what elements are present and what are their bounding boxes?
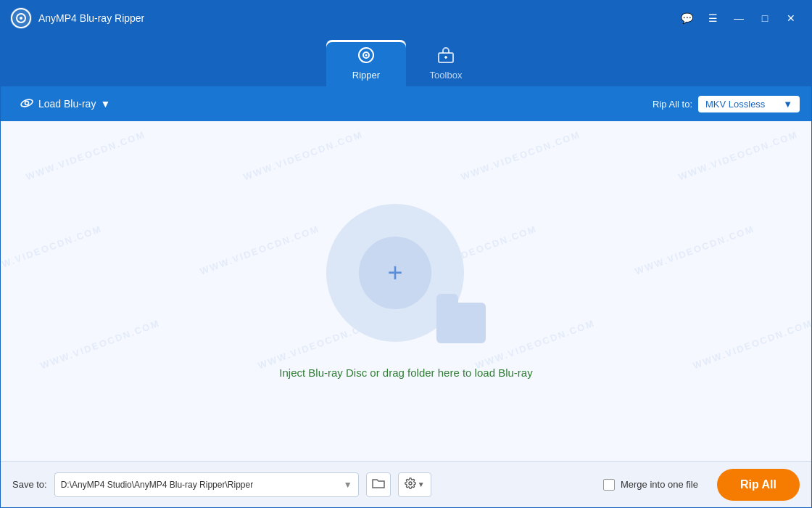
main-content: WWW.VIDEOCDN.COM WWW.VIDEOCDN.COM WWW.VI… [1,121,811,461]
ripper-icon [357,46,375,67]
watermark: WWW.VIDEOCDN.COM [242,129,365,183]
gear-icon [405,478,416,491]
toolbar: Load Blu-ray ▼ Rip All to: MKV Lossless … [1,86,811,121]
svg-point-3 [20,17,22,20]
browse-folder-button[interactable] [366,472,391,497]
minimize-icon: — [734,12,744,24]
watermark: WWW.VIDEOCDN.COM [460,129,582,183]
settings-chevron-icon: ▼ [418,480,425,488]
app-window: AnyMP4 Blu-ray Ripper 💬 ☰ — □ ✕ [0,0,812,508]
save-path-chevron-icon: ▼ [344,480,352,490]
tab-ripper-label: Ripper [352,70,380,81]
window-controls: 💬 ☰ — □ ✕ [675,8,803,28]
save-to-label: Save to: [12,479,47,490]
load-blu-ray-label: Load Blu-ray [38,98,96,110]
watermark: WWW.VIDEOCDN.COM [39,318,162,372]
format-value: MKV Lossless [705,99,765,110]
chat-icon: 💬 [681,12,693,24]
toolbox-icon [437,46,455,67]
load-blu-ray-button[interactable]: Load Blu-ray ▼ [12,91,117,117]
disc-inner: + [359,237,431,309]
maximize-icon: □ [762,12,768,24]
folder-icon [436,303,486,343]
rip-all-to-area: Rip All to: MKV Lossless ▼ [652,96,800,112]
settings-button[interactable]: ▼ [398,472,431,497]
close-icon: ✕ [787,12,795,24]
svg-point-6 [365,54,368,56]
svg-point-12 [409,482,412,485]
rip-all-button[interactable]: Rip All [717,469,800,501]
minimize-button[interactable]: — [727,8,750,28]
tab-toolbox-label: Toolbox [430,70,463,81]
drop-instruction: Inject Blu-ray Disc or drag folder here … [279,366,532,379]
watermark: WWW.VIDEOCDN.COM [634,224,756,277]
bottom-bar: Save to: D:\AnyMP4 Studio\AnyMP4 Blu-ray… [1,461,811,507]
save-path-text: D:\AnyMP4 Studio\AnyMP4 Blu-ray Ripper\R… [61,480,344,490]
tab-toolbox[interactable]: Toolbox [406,40,486,86]
add-icon: + [387,260,402,286]
app-logo [9,7,33,30]
nav-bar: Ripper Toolbox [1,36,811,86]
merge-label: Merge into one file [621,479,698,490]
format-chevron-icon: ▼ [783,99,792,110]
title-bar: AnyMP4 Blu-ray Ripper 💬 ☰ — □ ✕ [1,1,811,36]
menu-button[interactable]: ☰ [701,8,724,28]
svg-point-10 [20,98,34,108]
watermark: WWW.VIDEOCDN.COM [25,129,147,183]
blu-ray-disc-icon [20,96,34,112]
drop-area[interactable]: + Inject Blu-ray Disc or drag folder her… [279,204,532,379]
close-button[interactable]: ✕ [779,8,803,28]
svg-point-11 [25,101,29,105]
maximize-button[interactable]: □ [753,8,776,28]
rip-all-to-label: Rip All to: [652,99,692,110]
format-selector[interactable]: MKV Lossless ▼ [698,96,800,112]
folder-browse-icon [372,478,385,492]
save-to-path-field[interactable]: D:\AnyMP4 Studio\AnyMP4 Blu-ray Ripper\R… [54,472,359,497]
menu-icon: ☰ [708,12,718,24]
watermark: WWW.VIDEOCDN.COM [692,318,811,372]
watermark: WWW.VIDEOCDN.COM [1,224,104,277]
app-title: AnyMP4 Blu-ray Ripper [38,12,144,24]
chat-button[interactable]: 💬 [675,8,698,28]
merge-checkbox[interactable] [603,479,615,491]
tab-ripper[interactable]: Ripper [326,40,406,86]
load-dropdown-arrow: ▼ [100,98,110,110]
disc-icon-wrap: + [326,204,486,349]
watermark: WWW.VIDEOCDN.COM [677,129,800,183]
rip-all-label: Rip All [740,478,776,491]
merge-area: Merge into one file [603,479,698,491]
